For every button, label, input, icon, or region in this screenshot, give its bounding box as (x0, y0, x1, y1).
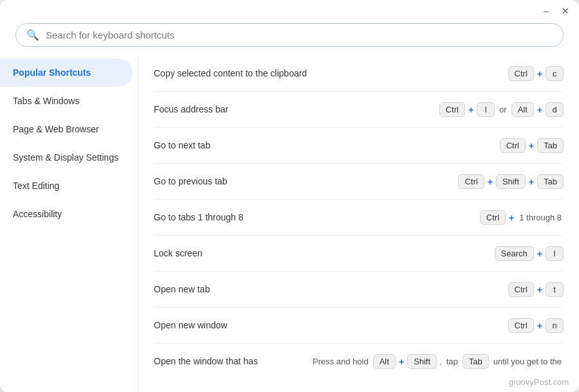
sidebar-item-text[interactable]: Text Editing (0, 172, 138, 200)
shortcut-description: Focus address bar (154, 103, 439, 116)
shortcut-row: Focus address barCtrl+lorAlt+d (154, 92, 564, 128)
key-badge: d (546, 102, 564, 117)
key-badge: Ctrl (508, 66, 534, 81)
key-comma: , (439, 357, 442, 366)
key-plus: + (537, 105, 543, 115)
key-badge: c (546, 66, 564, 81)
key-badge: Ctrl (500, 138, 526, 153)
shortcut-row: Lock screenSearch+l (154, 236, 564, 272)
key-badge: Tab (537, 174, 564, 189)
titlebar: – ✕ (0, 0, 579, 19)
shortcut-description: Open new window (154, 319, 508, 332)
key-badge: Tab (537, 138, 564, 153)
key-badge: Tab (463, 354, 489, 369)
shortcut-keys: Ctrl+Tab (500, 138, 564, 153)
minimize-button[interactable]: – (540, 5, 552, 17)
key-or: or (497, 105, 509, 114)
shortcut-keys: Ctrl+c (508, 66, 564, 81)
shortcut-description: Go to next tab (154, 139, 500, 152)
key-badge: Search (495, 246, 534, 261)
key-text: tap (445, 357, 460, 366)
main-content: Popular ShortcutsTabs & WindowsPage & We… (0, 56, 579, 392)
shortcut-keys: Ctrl+t (508, 282, 564, 297)
key-badge: n (546, 318, 564, 333)
close-button[interactable]: ✕ (560, 5, 571, 17)
key-plus: + (508, 213, 515, 223)
key-plus: + (537, 69, 543, 79)
key-badge: Shift (496, 174, 526, 189)
key-badge: l (477, 102, 495, 117)
shortcut-row: Open the window that hasPress and holdAl… (154, 344, 564, 379)
key-plus: + (537, 321, 543, 331)
search-bar: 🔍 (15, 23, 564, 47)
keyboard-shortcuts-window: – ✕ 🔍 Popular ShortcutsTabs & WindowsPag… (0, 0, 579, 392)
shortcut-keys: Ctrl+1 through 8 (480, 210, 564, 225)
key-plus: + (528, 141, 535, 151)
sidebar-item-system[interactable]: System & Display Settings (0, 143, 138, 172)
sidebar-item-accessibility[interactable]: Accessibility (0, 200, 138, 228)
sidebar: Popular ShortcutsTabs & WindowsPage & We… (0, 56, 138, 392)
key-badge: Alt (373, 354, 396, 369)
search-bar-container: 🔍 (0, 19, 579, 56)
key-plus: + (468, 105, 474, 115)
shortcut-row: Copy selected content to the clipboardCt… (154, 56, 564, 92)
key-badge: Ctrl (508, 282, 534, 297)
shortcuts-list: Copy selected content to the clipboardCt… (138, 56, 579, 392)
key-badge: l (546, 246, 564, 261)
key-plus: + (537, 285, 543, 295)
shortcut-description: Lock screen (154, 247, 495, 260)
shortcut-row: Go to tabs 1 through 8Ctrl+1 through 8 (154, 200, 564, 236)
key-badge: Ctrl (439, 102, 465, 117)
shortcut-keys: Ctrl+Shift+Tab (458, 174, 564, 189)
shortcut-keys: Search+l (495, 246, 564, 261)
key-badge: Ctrl (480, 210, 506, 225)
shortcut-description: Open the window that has (154, 355, 311, 368)
search-input[interactable] (46, 30, 553, 40)
key-text: 1 through 8 (517, 213, 564, 222)
key-badge: Alt (511, 102, 534, 117)
key-badge: Shift (407, 354, 437, 369)
sidebar-item-popular[interactable]: Popular Shortcuts (0, 58, 133, 87)
shortcut-description: Go to tabs 1 through 8 (154, 211, 480, 224)
key-badge: t (546, 282, 564, 297)
key-plus: + (398, 357, 405, 367)
key-text: until you get to the (492, 357, 564, 366)
key-plus: + (528, 177, 535, 187)
key-text: Press and hold (311, 357, 371, 366)
shortcut-keys: Press and holdAlt+Shift,tapTabuntil you … (311, 354, 564, 369)
key-badge: Ctrl (458, 174, 484, 189)
shortcut-row: Go to previous tabCtrl+Shift+Tab (154, 164, 564, 200)
search-icon: 🔍 (26, 29, 39, 41)
sidebar-item-tabs[interactable]: Tabs & Windows (0, 87, 138, 115)
key-badge: Ctrl (508, 318, 534, 333)
shortcut-keys: Ctrl+lorAlt+d (439, 102, 564, 117)
shortcut-keys: Ctrl+n (508, 318, 564, 333)
shortcut-row: Go to next tabCtrl+Tab (154, 128, 564, 164)
shortcut-row: Open new windowCtrl+n (154, 308, 564, 344)
key-plus: + (487, 177, 493, 187)
shortcut-description: Copy selected content to the clipboard (154, 67, 508, 80)
shortcut-row: Open new tabCtrl+t (154, 272, 564, 308)
key-plus: + (537, 249, 543, 259)
shortcut-description: Open new tab (154, 283, 508, 296)
shortcut-description: Go to previous tab (154, 175, 458, 188)
sidebar-item-page[interactable]: Page & Web Browser (0, 115, 138, 143)
